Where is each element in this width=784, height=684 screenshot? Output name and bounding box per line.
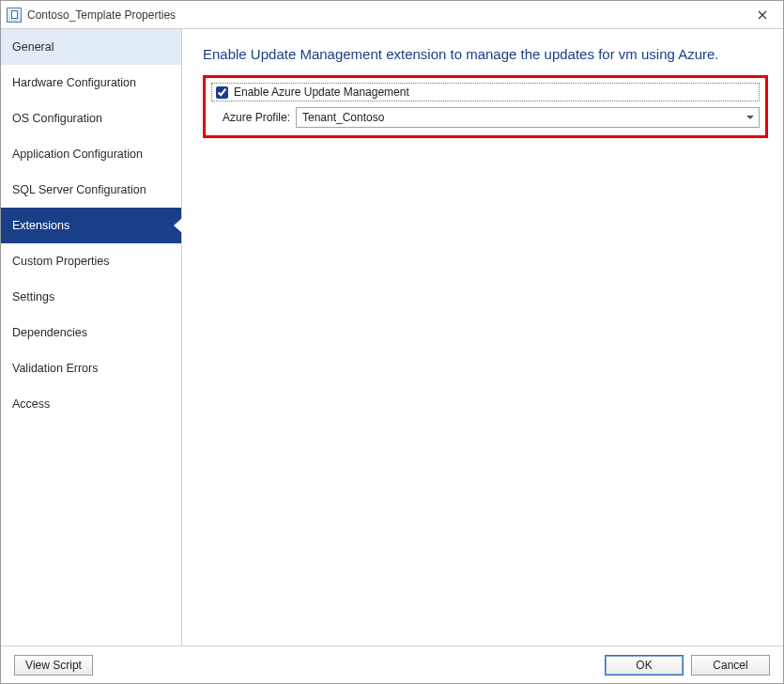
close-button[interactable] bbox=[742, 1, 783, 28]
sidebar-item-label: Custom Properties bbox=[12, 255, 110, 268]
sidebar-item-validation-errors[interactable]: Validation Errors bbox=[1, 350, 181, 386]
sidebar-item-label: General bbox=[12, 40, 54, 54]
page-heading: Enable Update Management extension to ma… bbox=[203, 46, 768, 62]
chevron-down-icon bbox=[746, 116, 754, 119]
enable-update-management-row: Enable Azure Update Management bbox=[211, 83, 760, 101]
view-script-button[interactable]: View Script bbox=[14, 655, 93, 676]
sidebar-item-extensions[interactable]: Extensions bbox=[1, 208, 181, 243]
properties-window: Contoso_Template Properties General Hard… bbox=[0, 0, 784, 684]
cancel-button[interactable]: Cancel bbox=[691, 655, 770, 676]
sidebar-item-sql-server-configuration[interactable]: SQL Server Configuration bbox=[1, 172, 181, 208]
sidebar-item-label: Application Configuration bbox=[12, 148, 143, 161]
content-panel: Enable Update Management extension to ma… bbox=[182, 29, 783, 645]
sidebar-item-label: Hardware Configuration bbox=[12, 76, 136, 89]
sidebar-item-application-configuration[interactable]: Application Configuration bbox=[1, 136, 181, 172]
sidebar-item-label: Validation Errors bbox=[12, 362, 98, 375]
app-icon bbox=[7, 8, 22, 23]
close-icon bbox=[758, 10, 767, 20]
window-title: Contoso_Template Properties bbox=[27, 8, 176, 22]
button-label: OK bbox=[636, 659, 652, 672]
sidebar-item-os-configuration[interactable]: OS Configuration bbox=[1, 101, 181, 136]
enable-update-management-label[interactable]: Enable Azure Update Management bbox=[234, 86, 409, 99]
sidebar: General Hardware Configuration OS Config… bbox=[1, 29, 182, 645]
enable-update-management-checkbox[interactable] bbox=[216, 86, 228, 99]
ok-button[interactable]: OK bbox=[605, 655, 684, 676]
sidebar-item-label: SQL Server Configuration bbox=[12, 183, 146, 196]
azure-profile-value: Tenant_Contoso bbox=[302, 111, 384, 124]
sidebar-item-access[interactable]: Access bbox=[1, 386, 181, 422]
sidebar-item-label: OS Configuration bbox=[12, 112, 102, 125]
sidebar-item-dependencies[interactable]: Dependencies bbox=[1, 315, 181, 350]
sidebar-item-general[interactable]: General bbox=[1, 29, 181, 65]
sidebar-item-hardware-configuration[interactable]: Hardware Configuration bbox=[1, 65, 181, 101]
button-label: View Script bbox=[25, 659, 82, 672]
body-area: General Hardware Configuration OS Config… bbox=[1, 29, 783, 645]
sidebar-item-label: Access bbox=[12, 397, 50, 411]
titlebar: Contoso_Template Properties bbox=[1, 1, 783, 29]
sidebar-item-label: Dependencies bbox=[12, 326, 87, 339]
sidebar-item-label: Extensions bbox=[12, 219, 69, 232]
azure-profile-label: Azure Profile: bbox=[211, 111, 296, 124]
sidebar-item-settings[interactable]: Settings bbox=[1, 279, 181, 315]
highlight-box: Enable Azure Update Management Azure Pro… bbox=[203, 75, 768, 138]
button-label: Cancel bbox=[713, 659, 747, 672]
azure-profile-dropdown[interactable]: Tenant_Contoso bbox=[296, 107, 760, 128]
footer: View Script OK Cancel bbox=[1, 645, 783, 683]
azure-profile-row: Azure Profile: Tenant_Contoso bbox=[211, 107, 760, 128]
sidebar-item-custom-properties[interactable]: Custom Properties bbox=[1, 243, 181, 279]
sidebar-item-label: Settings bbox=[12, 290, 54, 303]
